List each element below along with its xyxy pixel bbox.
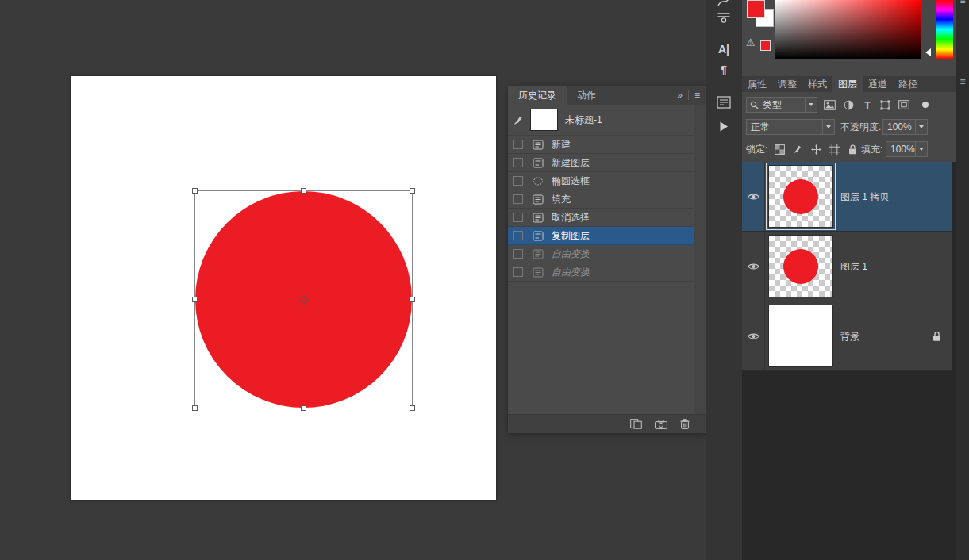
lock-label: 锁定: (746, 141, 767, 157)
filter-smart-object-button[interactable] (897, 97, 911, 113)
layers-controls: 类型 T 正常 不透明度: (742, 92, 956, 162)
history-step[interactable]: 取消选择 (508, 209, 694, 227)
tab-properties[interactable]: 属性 (742, 76, 772, 92)
lock-all-button[interactable] (845, 141, 859, 157)
history-source-checkbox[interactable] (513, 140, 523, 149)
filter-toggle-switch[interactable] (918, 97, 932, 113)
filter-type-layers-button[interactable]: T (860, 97, 875, 113)
history-source-checkbox[interactable] (513, 158, 523, 167)
tab-label: 样式 (808, 78, 827, 91)
transform-handle-bottom-right[interactable] (410, 405, 415, 411)
layer-row[interactable]: 图层 1 拷贝 (742, 162, 952, 232)
layer-row[interactable]: 图层 1 (742, 232, 952, 301)
saturation-brightness-field[interactable] (775, 0, 921, 59)
history-step-label: 填充 (552, 193, 571, 206)
tab-history[interactable]: 历史记录 (508, 86, 567, 105)
layer-row[interactable]: 背景 (742, 301, 952, 371)
brush-settings-icon[interactable] (717, 0, 731, 9)
history-source-checkbox[interactable] (513, 213, 523, 222)
layer-thumbnail[interactable] (768, 305, 833, 367)
gamut-warning-icon[interactable]: ⚠ (746, 36, 756, 48)
filter-shape-layers-button[interactable] (878, 97, 892, 113)
red-circle-thumb (783, 179, 818, 214)
history-brush-source-icon[interactable] (513, 115, 525, 125)
layer-thumbnail[interactable] (768, 165, 833, 228)
history-source-checkbox[interactable] (513, 176, 523, 186)
history-step[interactable]: 填充 (508, 190, 694, 209)
history-step[interactable]: 新建图层 (508, 154, 694, 172)
fill-input[interactable]: 100% (886, 141, 928, 157)
transform-handle-top-left[interactable] (192, 188, 198, 194)
filter-pixel-layers-button[interactable] (822, 97, 836, 113)
hue-slider[interactable] (936, 0, 953, 59)
history-source-checkbox[interactable] (513, 249, 523, 259)
collapse-panel-icon[interactable]: » (677, 90, 683, 101)
lock-artboard-button[interactable] (827, 141, 841, 157)
transform-handle-top-middle[interactable] (301, 188, 306, 194)
delete-state-trash-button[interactable] (680, 419, 690, 429)
transform-reference-point-icon[interactable] (298, 294, 309, 305)
snapshot-thumbnail[interactable] (530, 109, 558, 131)
history-step[interactable]: 新建 (508, 136, 694, 154)
tab-adjustments[interactable]: 调整 (772, 76, 802, 92)
foreground-color-swatch[interactable] (747, 0, 765, 18)
transform-handle-bottom-left[interactable] (192, 405, 198, 411)
filter-kind-dropdown[interactable]: 类型 (746, 97, 817, 113)
history-panel-menu-icon[interactable]: ≡ (694, 90, 700, 101)
tab-actions[interactable]: 动作 (567, 86, 606, 105)
history-step-undone[interactable]: 自由变换 (508, 263, 694, 282)
history-panel-icon[interactable] (717, 96, 731, 109)
layers-panel-menu-icon[interactable]: ≡ (959, 76, 965, 87)
history-scroll-track[interactable] (694, 105, 706, 414)
tab-layers[interactable]: 图层 (832, 76, 863, 92)
lock-transparency-button[interactable] (772, 141, 786, 157)
header-divider (688, 90, 689, 100)
lock-position-button[interactable] (809, 141, 823, 157)
layer-name: 图层 1 (840, 259, 867, 273)
visibility-toggle[interactable] (742, 232, 765, 301)
slider-marker-icon[interactable] (925, 48, 931, 56)
history-step-label: 新建图层 (552, 156, 590, 170)
transform-bounding-box[interactable] (194, 190, 413, 408)
lock-image-pixels-button[interactable] (790, 141, 805, 157)
history-step-label: 自由变换 (552, 247, 590, 261)
history-step-label: 椭圆选框 (552, 175, 590, 188)
character-panel-icon[interactable]: A| (718, 43, 729, 56)
tab-styles[interactable]: 样式 (802, 76, 832, 92)
tab-label: 图层 (838, 78, 857, 91)
history-step-selected[interactable]: 复制图层 (508, 227, 694, 245)
history-step-undone[interactable]: 自由变换 (508, 245, 694, 263)
actions-play-icon[interactable] (719, 121, 729, 132)
transform-handle-top-right[interactable] (410, 188, 415, 194)
opacity-label: 不透明度: (840, 119, 881, 135)
tab-label: 路径 (898, 78, 917, 91)
right-panel: ⚠ ≡ ≡ 属性 调整 样式 图层 通道 路径 类型 (742, 0, 969, 560)
paragraph-panel-icon[interactable]: ¶ (721, 63, 727, 76)
new-snapshot-camera-button[interactable] (655, 420, 667, 429)
clone-source-icon[interactable] (717, 11, 731, 23)
new-document-from-state-button[interactable] (630, 419, 642, 429)
filter-adjustment-layers-button[interactable] (841, 97, 856, 113)
transform-handle-middle-right[interactable] (410, 297, 415, 302)
visibility-toggle[interactable] (742, 301, 765, 370)
history-step[interactable]: 椭圆选框 (508, 172, 694, 190)
history-source-checkbox[interactable] (513, 231, 523, 240)
snapshot-name: 未标题-1 (565, 113, 602, 127)
visibility-toggle[interactable] (742, 162, 765, 231)
opacity-input[interactable]: 100% (882, 119, 928, 135)
gamut-warning-swatch[interactable] (760, 40, 771, 51)
layer-thumbnail[interactable] (768, 235, 833, 297)
transform-handle-bottom-middle[interactable] (301, 405, 306, 411)
history-snapshot-row[interactable]: 未标题-1 (508, 105, 694, 136)
tab-channels[interactable]: 通道 (863, 76, 893, 92)
transform-handle-middle-left[interactable] (192, 297, 198, 302)
tab-history-label: 历史记录 (518, 89, 556, 102)
color-panel-menu-icon[interactable]: ≡ (959, 0, 965, 6)
document-canvas[interactable] (71, 76, 496, 500)
layers-list: 图层 1 拷贝 图层 1 背景 (742, 162, 956, 560)
history-source-checkbox[interactable] (513, 194, 523, 204)
app-root: 历史记录 动作 » ≡ 未标题-1 新建 (0, 0, 969, 560)
history-source-checkbox[interactable] (513, 267, 523, 277)
blend-mode-select[interactable]: 正常 (746, 119, 835, 135)
tab-paths[interactable]: 路径 (893, 76, 923, 92)
